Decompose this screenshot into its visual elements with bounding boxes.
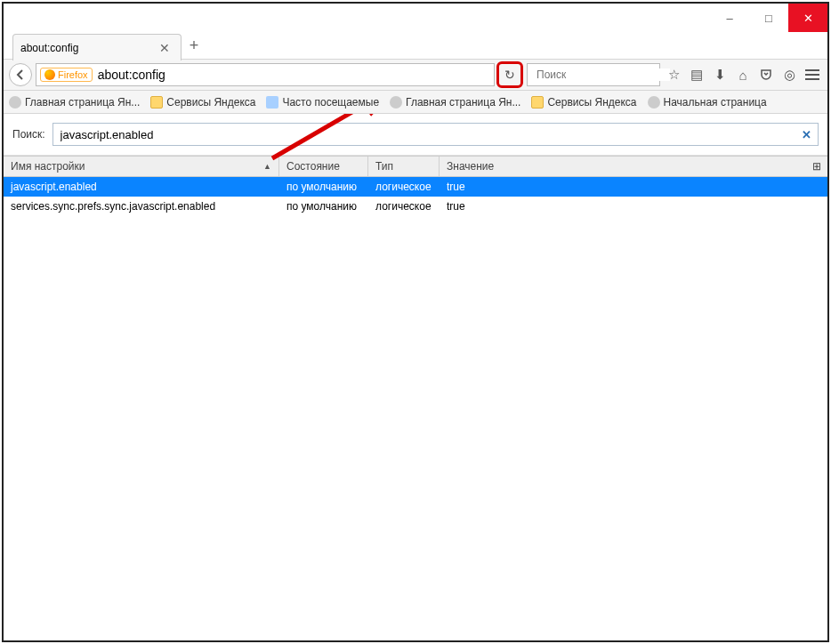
reload-icon: ↻ bbox=[504, 68, 515, 82]
bookmark-label: Главная страница Ян... bbox=[406, 96, 520, 109]
new-tab-button[interactable]: + bbox=[182, 32, 206, 59]
globe-icon bbox=[390, 96, 402, 109]
cell-type: логическое bbox=[368, 181, 440, 193]
back-button[interactable] bbox=[9, 63, 32, 86]
cell-value: true bbox=[440, 181, 827, 193]
maximize-button[interactable]: □ bbox=[749, 4, 788, 32]
url-bar[interactable]: Firefox bbox=[36, 63, 495, 86]
hamburger-icon bbox=[805, 69, 819, 80]
home-icon[interactable]: ⌂ bbox=[733, 65, 753, 85]
menu-button[interactable] bbox=[803, 65, 822, 85]
filter-label: Поиск: bbox=[12, 128, 45, 141]
reader-icon[interactable]: ▤ bbox=[687, 65, 706, 85]
bookmark-label: Сервисы Яндекса bbox=[547, 96, 636, 109]
back-arrow-icon bbox=[15, 69, 26, 80]
tab-close-icon[interactable]: ✕ bbox=[156, 39, 173, 57]
bookmark-label: Сервисы Яндекса bbox=[166, 96, 255, 109]
filter-row: Поиск: ✕ bbox=[4, 114, 827, 156]
cell-name: services.sync.prefs.sync.javascript.enab… bbox=[4, 200, 279, 213]
table-row[interactable]: services.sync.prefs.sync.javascript.enab… bbox=[4, 197, 827, 216]
column-header-name[interactable]: Имя настройки▲ bbox=[4, 157, 279, 176]
cell-state: по умолчанию bbox=[279, 181, 368, 193]
sort-asc-icon: ▲ bbox=[263, 162, 271, 171]
search-page-icon bbox=[266, 96, 278, 109]
cell-type: логическое bbox=[368, 200, 440, 213]
table-row[interactable]: javascript.enabled по умолчанию логическ… bbox=[4, 177, 827, 197]
bookmark-item-1[interactable]: Сервисы Яндекса bbox=[150, 96, 255, 109]
bookmark-label: Главная страница Ян... bbox=[25, 96, 140, 109]
url-input[interactable] bbox=[98, 68, 490, 82]
pocket-icon[interactable] bbox=[756, 65, 776, 85]
bookmark-item-5[interactable]: Начальная страница bbox=[648, 96, 767, 109]
bookmark-label: Начальная страница bbox=[664, 96, 767, 109]
firefox-identity-badge: Firefox bbox=[40, 68, 93, 82]
about-config-content: Поиск: ✕ Имя настройки▲ Состояние Тип Зн… bbox=[4, 114, 827, 640]
filter-input[interactable] bbox=[52, 123, 819, 146]
minimize-button[interactable]: – bbox=[710, 4, 749, 32]
clear-filter-icon[interactable]: ✕ bbox=[802, 128, 811, 141]
folder-icon bbox=[150, 96, 163, 109]
bookmarks-toolbar: Главная страница Ян... Сервисы Яндекса Ч… bbox=[4, 91, 827, 114]
bookmark-item-4[interactable]: Сервисы Яндекса bbox=[531, 96, 636, 109]
table-header: Имя настройки▲ Состояние Тип Значение ⊞ bbox=[4, 156, 827, 177]
folder-icon bbox=[531, 96, 544, 109]
downloads-icon[interactable]: ⬇ bbox=[710, 65, 730, 85]
bookmark-item-3[interactable]: Главная страница Ян... bbox=[390, 96, 520, 109]
column-header-type[interactable]: Тип bbox=[368, 157, 440, 176]
column-header-state[interactable]: Состояние bbox=[279, 157, 368, 176]
firefox-icon bbox=[44, 69, 55, 80]
close-button[interactable]: ✕ bbox=[788, 4, 827, 32]
tab-title: about:config bbox=[20, 42, 78, 54]
bookmark-item-0[interactable]: Главная страница Ян... bbox=[9, 96, 140, 109]
search-input[interactable] bbox=[537, 68, 670, 81]
tab-strip: about:config ✕ + bbox=[4, 32, 827, 59]
bookmark-label: Часто посещаемые bbox=[282, 96, 379, 109]
addon-icon[interactable]: ◎ bbox=[779, 65, 799, 85]
window-controls: – □ ✕ bbox=[4, 4, 827, 32]
navigation-toolbar: Firefox ↻ ☆ ▤ ⬇ ⌂ ◎ bbox=[4, 59, 827, 91]
bookmark-item-2[interactable]: Часто посещаемые bbox=[266, 96, 379, 109]
filter-field-wrap: ✕ bbox=[52, 123, 819, 146]
column-header-value[interactable]: Значение bbox=[440, 157, 806, 176]
globe-icon bbox=[648, 96, 660, 109]
column-picker-icon[interactable]: ⊞ bbox=[806, 157, 827, 176]
bookmark-star-icon[interactable]: ☆ bbox=[664, 65, 683, 85]
globe-icon bbox=[9, 96, 21, 109]
firefox-label: Firefox bbox=[58, 69, 88, 80]
cell-state: по умолчанию bbox=[279, 200, 368, 213]
tab-about-config[interactable]: about:config ✕ bbox=[12, 34, 182, 60]
highlighted-reload-button[interactable]: ↻ bbox=[496, 61, 523, 88]
cell-name: javascript.enabled bbox=[4, 181, 279, 193]
cell-value: true bbox=[440, 200, 827, 213]
search-bar[interactable] bbox=[527, 63, 660, 86]
